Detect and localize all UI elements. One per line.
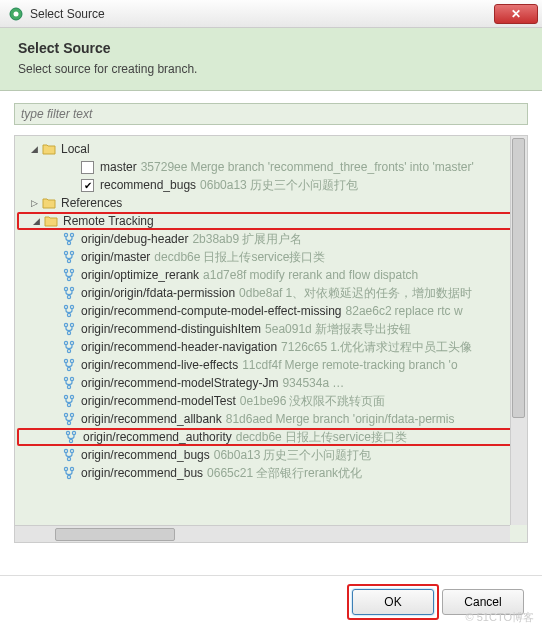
tree-folder-references[interactable]: ▷References — [17, 194, 527, 212]
commit-hash: 06b0a13 — [214, 448, 261, 462]
branch-name: origin/recommend_allbank — [81, 412, 222, 426]
cancel-button[interactable]: Cancel — [442, 589, 524, 615]
svg-point-21 — [70, 341, 73, 344]
expander-icon — [49, 378, 59, 388]
branch-name: recommend_bugs — [100, 178, 196, 192]
tree-branch-remote[interactable]: origin/recommend-live-effects11cdf4fMerg… — [17, 356, 527, 374]
branch-name: origin/recommend_authority — [83, 430, 232, 444]
source-tree: ◢Localmaster35729eeMerge branch 'recomme… — [15, 136, 527, 486]
commit-hash: 934534a — [282, 376, 329, 390]
commit-hash: 5ea091d — [265, 322, 312, 336]
commit-msg: 历史三个小问题打包 — [263, 447, 371, 464]
node-icon — [61, 267, 77, 283]
commit-hash: 0e1be96 — [240, 394, 287, 408]
expander-icon: ▷ — [29, 198, 39, 208]
node-icon — [43, 213, 59, 229]
filter-input[interactable] — [14, 103, 528, 125]
svg-point-33 — [70, 413, 73, 416]
tree-branch-remote[interactable]: origin/recommend_bus0665c21全部银行rerank优化 — [17, 464, 527, 482]
svg-point-3 — [70, 233, 73, 236]
tree-branch-remote[interactable]: origin/origin/fdata-permission0dbe8af1、对… — [17, 284, 527, 302]
svg-point-27 — [70, 377, 73, 380]
expander-icon — [49, 270, 59, 280]
scrollbar-thumb[interactable] — [55, 528, 175, 541]
titlebar: Select Source ✕ — [0, 0, 542, 28]
node-icon — [61, 375, 77, 391]
node-icon — [41, 141, 57, 157]
tree-scroll[interactable]: ◢Localmaster35729eeMerge branch 'recomme… — [15, 136, 527, 526]
svg-point-4 — [67, 241, 70, 244]
tree-branch-local[interactable]: master35729eeMerge branch 'recommend_thr… — [17, 158, 527, 176]
node-icon — [61, 231, 77, 247]
dialog-header: Select Source Select source for creating… — [0, 28, 542, 91]
commit-hash: 06b0a13 — [200, 178, 247, 192]
commit-msg: replace rtc w — [395, 304, 463, 318]
node-icon — [41, 195, 57, 211]
node-icon — [63, 429, 79, 445]
header-title: Select Source — [18, 40, 524, 56]
svg-point-35 — [66, 431, 69, 434]
commit-hash: 11cdf4f — [242, 358, 281, 372]
commit-hash: decdb6e — [236, 430, 282, 444]
tree-folder-local[interactable]: ◢Local — [17, 140, 527, 158]
tree-branch-remote[interactable]: origin/debug-header2b38ab9扩展用户名 — [17, 230, 527, 248]
commit-hash: 7126c65 — [281, 340, 327, 354]
tree-branch-remote[interactable]: origin/recommend_bugs06b0a13历史三个小问题打包 — [17, 446, 527, 464]
tree-branch-remote[interactable]: origin/recommend-header-navigation7126c6… — [17, 338, 527, 356]
scrollbar-thumb[interactable] — [512, 138, 525, 418]
ok-button-highlight: OK — [352, 589, 434, 615]
commit-msg: modify rerank and flow dispatch — [249, 268, 418, 282]
node-icon — [61, 465, 77, 481]
svg-point-12 — [70, 287, 73, 290]
branch-name: origin/origin/fdata-permission — [81, 286, 235, 300]
commit-hash: 81d6aed — [226, 412, 273, 426]
commit-msg: 1.优化请求过程中员工头像 — [330, 339, 472, 356]
node-icon — [61, 393, 77, 409]
tree-branch-remote[interactable]: origin/masterdecdb6e日报上传service接口类 — [17, 248, 527, 266]
tree-branch-remote[interactable]: origin/optimize_reranka1d7e8fmodify rera… — [17, 266, 527, 284]
node-icon — [61, 357, 77, 373]
tree-branch-remote[interactable]: origin/recommend-distinguishItem5ea091d新… — [17, 320, 527, 338]
commit-msg: 新增报表导出按钮 — [315, 321, 411, 338]
svg-point-37 — [69, 439, 72, 442]
branch-name: origin/optimize_rerank — [81, 268, 199, 282]
node-icon — [61, 285, 77, 301]
button-bar: OK Cancel — [0, 575, 542, 627]
horizontal-scrollbar[interactable] — [15, 525, 510, 542]
tree-branch-local[interactable]: ✔recommend_bugs06b0a13历史三个小问题打包 — [17, 176, 527, 194]
svg-point-6 — [70, 251, 73, 254]
window-title: Select Source — [30, 7, 494, 21]
commit-hash: a1d7e8f — [203, 268, 246, 282]
svg-point-39 — [70, 449, 73, 452]
commit-msg: … — [332, 376, 344, 390]
tree-folder-remote-tracking[interactable]: ◢Remote Tracking — [17, 212, 527, 230]
close-button[interactable]: ✕ — [494, 4, 538, 24]
node-icon — [61, 249, 77, 265]
svg-point-15 — [70, 305, 73, 308]
commit-hash: 0665c21 — [207, 466, 253, 480]
expander-icon: ◢ — [31, 216, 41, 226]
tree-branch-remote[interactable]: origin/recommend-compute-model-effect-mi… — [17, 302, 527, 320]
vertical-scrollbar[interactable] — [510, 136, 527, 525]
svg-point-16 — [67, 313, 70, 316]
expander-icon — [49, 162, 59, 172]
commit-msg: Merge branch 'recommend_three_fronts' in… — [190, 160, 473, 174]
checkbox-icon[interactable] — [81, 161, 94, 174]
svg-point-14 — [64, 305, 67, 308]
tree-branch-remote[interactable]: origin/recommend-modelStrategy-Jm934534a… — [17, 374, 527, 392]
expander-icon — [51, 432, 61, 442]
commit-msg: 日报上传service接口类 — [203, 249, 325, 266]
svg-point-40 — [67, 457, 70, 460]
svg-point-19 — [67, 331, 70, 334]
tree-branch-remote[interactable]: origin/recommend_authoritydecdb6e日报上传ser… — [17, 428, 527, 446]
svg-point-23 — [64, 359, 67, 362]
branch-name: origin/master — [81, 250, 150, 264]
tree-branch-remote[interactable]: origin/recommend_allbank81d6aedMerge bra… — [17, 410, 527, 428]
svg-point-10 — [67, 277, 70, 280]
svg-point-2 — [64, 233, 67, 236]
ok-button[interactable]: OK — [352, 589, 434, 615]
tree-branch-remote[interactable]: origin/recommend-modelTest0e1be96没权限不跳转页… — [17, 392, 527, 410]
checkbox-icon[interactable]: ✔ — [81, 179, 94, 192]
header-description: Select source for creating branch. — [18, 62, 524, 76]
expander-icon — [49, 234, 59, 244]
